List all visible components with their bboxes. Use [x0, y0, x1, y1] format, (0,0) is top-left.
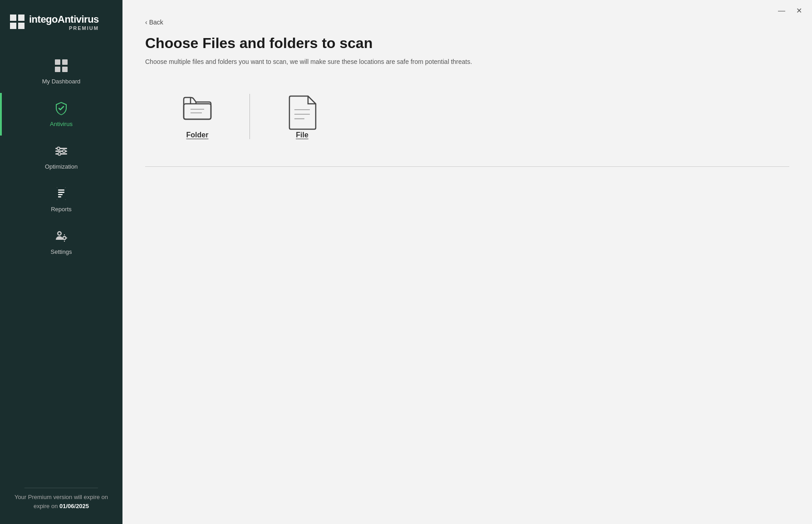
back-button[interactable]: ‹ Back	[145, 19, 163, 26]
svg-rect-2	[10, 23, 16, 29]
sidebar: integoAntivirus PREMIUM My Dashboard	[0, 0, 122, 524]
sidebar-item-reports-label: Reports	[51, 206, 72, 213]
sidebar-item-settings-label: Settings	[51, 248, 72, 255]
svg-rect-3	[18, 23, 24, 29]
sidebar-item-reports[interactable]: Reports	[0, 178, 122, 221]
sidebar-item-dashboard[interactable]: My Dashboard	[0, 50, 122, 93]
logo-brand: integoAntivirus	[29, 14, 99, 25]
file-label: File	[296, 131, 308, 139]
settings-icon	[54, 229, 68, 246]
sidebar-item-antivirus[interactable]: Antivirus	[0, 93, 122, 136]
logo-text: integoAntivirus PREMIUM	[29, 14, 99, 30]
folder-label: Folder	[186, 131, 209, 139]
file-icon	[286, 94, 318, 126]
antivirus-icon	[54, 101, 68, 118]
svg-rect-0	[10, 15, 16, 21]
page-content: ‹ Back Choose Files and folders to scan …	[122, 0, 812, 524]
svg-rect-17	[58, 192, 64, 193]
svg-rect-5	[62, 59, 68, 65]
svg-rect-1	[18, 15, 24, 21]
titlebar: — ✕	[768, 0, 812, 22]
svg-rect-15	[57, 187, 66, 200]
sidebar-item-settings[interactable]: Settings	[0, 221, 122, 263]
svg-point-23	[64, 237, 65, 239]
logo-icon	[9, 13, 25, 32]
back-arrow: ‹	[145, 19, 147, 26]
sidebar-item-dashboard-label: My Dashboard	[42, 78, 81, 85]
sidebar-item-optimization-label: Optimization	[45, 163, 78, 170]
folder-choice[interactable]: Folder	[145, 85, 249, 148]
reports-icon	[54, 186, 68, 203]
choice-area: Folder File	[145, 85, 789, 148]
svg-rect-6	[55, 67, 60, 72]
svg-rect-18	[58, 194, 63, 195]
svg-rect-19	[58, 196, 61, 198]
logo-sub: PREMIUM	[29, 25, 99, 31]
folder-icon	[181, 94, 213, 126]
page-subtitle: Choose multiple files and folders you wa…	[145, 57, 553, 67]
page-title: Choose Files and folders to scan	[145, 35, 789, 52]
sidebar-item-optimization[interactable]: Optimization	[0, 136, 122, 178]
minimize-button[interactable]: —	[776, 6, 787, 15]
svg-point-21	[59, 233, 61, 235]
dashboard-icon	[54, 58, 68, 75]
sidebar-divider	[24, 488, 98, 488]
main-content: — ✕ ‹ Back Choose Files and folders to s…	[122, 0, 812, 524]
svg-point-13	[58, 153, 61, 155]
svg-rect-7	[62, 67, 68, 72]
close-button[interactable]: ✕	[794, 6, 804, 15]
expiry-notice: Your Premium version will expire on expi…	[5, 493, 117, 524]
svg-rect-4	[55, 59, 60, 65]
svg-point-12	[63, 150, 65, 153]
logo-area: integoAntivirus PREMIUM	[0, 0, 122, 41]
sidebar-item-antivirus-label: Antivirus	[50, 121, 73, 127]
svg-rect-16	[58, 189, 64, 191]
nav-items: My Dashboard Antivirus	[0, 41, 122, 483]
svg-rect-28	[184, 104, 211, 119]
optimization-icon	[54, 144, 68, 160]
back-label: Back	[149, 19, 163, 26]
section-divider	[145, 166, 789, 167]
file-choice[interactable]: File	[250, 85, 354, 148]
svg-point-11	[57, 147, 60, 150]
